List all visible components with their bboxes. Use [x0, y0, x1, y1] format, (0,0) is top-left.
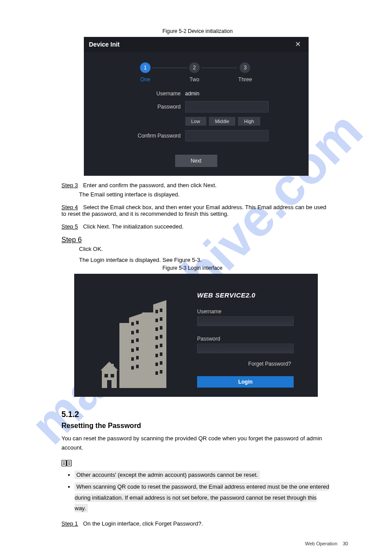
reset-step-1-lead: Step 1 — [61, 520, 78, 527]
svg-rect-7 — [160, 326, 162, 330]
svg-marker-18 — [129, 313, 142, 388]
note-item-2: When scanning QR code to reset the passw… — [75, 482, 329, 512]
wizard-step-2[interactable]: 2 Two — [189, 62, 200, 83]
strength-low[interactable]: Low — [185, 117, 206, 126]
figure-2-caption: Figure 5-3 Login interface — [162, 265, 331, 271]
svg-rect-36 — [111, 374, 114, 377]
username-row: Username admin — [124, 91, 269, 97]
svg-rect-23 — [136, 330, 139, 333]
svg-rect-16 — [155, 371, 158, 375]
login-username-label: Username — [197, 308, 305, 315]
buildings-icon — [90, 296, 182, 392]
wizard-stepper: 1 One 2 Two 3 Three — [84, 62, 309, 83]
step-5-line: Step 5 Click Next. The initialization su… — [61, 223, 331, 230]
confirm-password-row: Confirm Password — [124, 130, 269, 141]
note-item-1: Other accounts' (except the admin accoun… — [75, 471, 260, 479]
login-illustration — [74, 274, 197, 397]
stepper-connector — [201, 68, 237, 68]
dialog-title: Device Init — [89, 41, 120, 48]
login-password-input[interactable] — [197, 344, 294, 353]
section-number: 5.1.2 — [61, 410, 331, 419]
svg-rect-20 — [131, 322, 134, 326]
svg-rect-24 — [131, 340, 134, 343]
svg-rect-14 — [155, 363, 158, 366]
svg-rect-12 — [155, 354, 158, 357]
reset-step-1-body: On the Login interface, click Forget Pas… — [83, 520, 203, 527]
svg-rect-1 — [142, 312, 153, 388]
svg-rect-13 — [160, 352, 162, 356]
close-icon[interactable]: ✕ — [292, 40, 303, 48]
step-1-label: One — [140, 76, 151, 83]
footer-page: 30 — [343, 541, 348, 546]
svg-rect-3 — [160, 308, 162, 312]
wizard-step-3[interactable]: 3 Three — [238, 62, 252, 83]
list-item: Other accounts' (except the admin accoun… — [75, 470, 331, 481]
step-3-label: Three — [238, 76, 252, 83]
svg-rect-11 — [160, 344, 162, 347]
footer-label: Web Operation — [305, 541, 338, 546]
svg-rect-8 — [155, 336, 158, 340]
svg-rect-6 — [155, 327, 158, 331]
strength-high[interactable]: High — [238, 117, 260, 126]
next-button[interactable]: Next — [175, 155, 217, 167]
svg-rect-37 — [107, 380, 111, 388]
step-6-sub: The Login interface is displayed. See Fi… — [79, 257, 331, 263]
reset-intro: You can reset the password by scanning t… — [61, 434, 331, 453]
step-4-lead: Step 4 — [61, 204, 78, 210]
step-4-body: Select the Email check box, and then ent… — [61, 204, 326, 217]
login-button[interactable]: Login — [197, 376, 294, 388]
confirm-password-input[interactable] — [185, 130, 269, 141]
step-3-circle: 3 — [240, 62, 250, 73]
step-1-circle: 1 — [140, 62, 151, 73]
svg-rect-17 — [160, 370, 162, 374]
brand-title: WEB SERVICE2.0 — [197, 291, 305, 299]
init-form: Username admin Password Low Middle High … — [124, 91, 269, 141]
svg-rect-2 — [155, 310, 158, 313]
note-heading — [61, 459, 331, 467]
note-icon — [61, 459, 72, 467]
step-3-line: Step 3 Enter and confirm the password, a… — [61, 182, 331, 189]
password-strength-row: Low Middle High — [185, 117, 269, 126]
svg-rect-30 — [131, 366, 134, 370]
svg-rect-19 — [119, 323, 129, 388]
svg-rect-10 — [155, 345, 158, 348]
step-4-line: Step 4 Select the Email check box, and t… — [61, 204, 331, 217]
confirm-password-label: Confirm Password — [124, 133, 185, 139]
svg-marker-32 — [101, 362, 118, 370]
reset-step-1-line: Step 1 On the Login interface, click For… — [61, 520, 331, 527]
step-3-lead: Step 3 — [61, 182, 78, 189]
section-title: Resetting the Password — [61, 422, 331, 430]
wizard-step-1[interactable]: 1 One — [140, 62, 151, 83]
login-panel: WEB SERVICE2.0 Username Password Forget … — [74, 274, 318, 397]
step-5-lead: Step 5 — [61, 223, 78, 230]
figure-1-caption: Figure 5-2 Device initialization — [162, 28, 331, 34]
note-list: Other accounts' (except the admin accoun… — [61, 470, 331, 514]
strength-middle[interactable]: Middle — [209, 117, 235, 126]
svg-rect-5 — [160, 317, 162, 321]
password-input[interactable] — [185, 101, 269, 112]
svg-rect-29 — [136, 356, 139, 359]
svg-rect-28 — [131, 357, 134, 361]
svg-rect-21 — [136, 321, 139, 324]
svg-rect-34 — [111, 364, 114, 368]
svg-rect-27 — [136, 347, 139, 351]
svg-rect-26 — [131, 348, 134, 352]
login-username-input[interactable] — [197, 316, 294, 326]
step-6-body: Click OK. — [79, 245, 331, 254]
svg-rect-25 — [136, 338, 139, 342]
step-2-label: Two — [189, 76, 200, 83]
dialog-titlebar: Device Init ✕ — [84, 37, 309, 52]
page-footer: Web Operation 30 — [305, 541, 348, 546]
svg-rect-22 — [131, 331, 134, 334]
username-value: admin — [185, 91, 200, 97]
username-label: Username — [124, 91, 185, 97]
svg-rect-9 — [160, 335, 162, 338]
login-password-label: Password — [197, 336, 305, 342]
svg-rect-35 — [104, 374, 108, 377]
password-row: Password — [124, 101, 269, 112]
login-form: WEB SERVICE2.0 Username Password Forget … — [197, 274, 318, 397]
svg-rect-31 — [136, 365, 139, 368]
svg-rect-15 — [160, 361, 162, 365]
step-3-body: Enter and confirm the password, and then… — [83, 182, 216, 189]
forget-password-link[interactable]: Forget Password? — [246, 360, 294, 367]
